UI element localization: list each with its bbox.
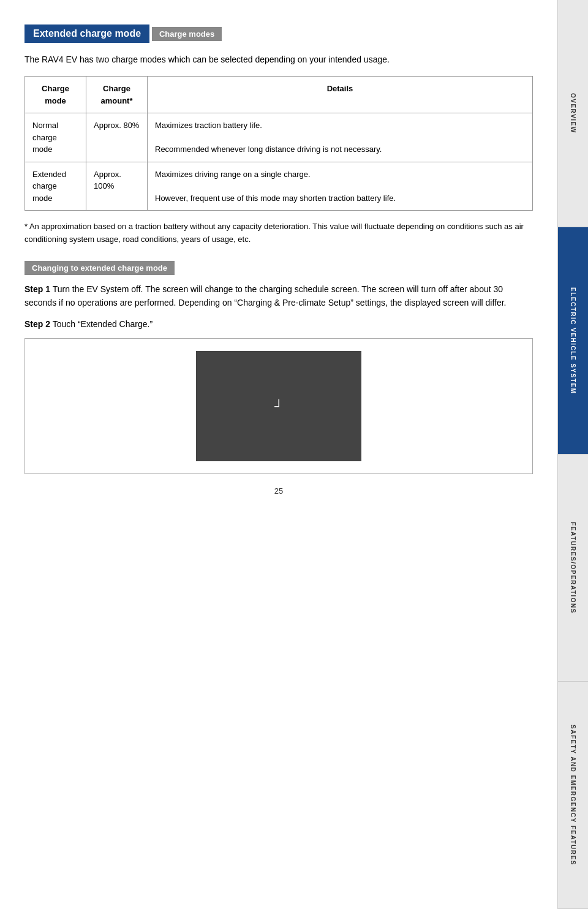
main-content: Extended charge mode Charge modes The RA…	[0, 0, 557, 909]
normal-mode-label: Normal charge mode	[25, 113, 86, 162]
extended-mode-label: Extended charge mode	[25, 162, 86, 211]
subsection1-title: Charge modes	[152, 27, 222, 41]
extended-mode-details: Maximizes driving range on a single char…	[148, 162, 533, 211]
table-row-extended: Extended charge mode Approx. 100% Maximi…	[25, 162, 533, 211]
step2-section: Step 2 Touch “Extended Charge.”	[24, 317, 533, 331]
sidebar-electric-vehicle: ELECTRIC VEHICLE SYSTEM	[558, 227, 588, 455]
table-row-normal: Normal charge mode Approx. 80% Maximizes…	[25, 113, 533, 162]
table-header-amount: Charge amount*	[86, 77, 148, 113]
screen-image-container: ┘	[24, 338, 533, 474]
subsection2-title: Changing to extended charge mode	[24, 261, 175, 275]
step1-text: Step 1 Turn the EV System off. The scree…	[24, 282, 533, 310]
section-title: Extended charge mode	[24, 25, 149, 43]
sidebar-safety: SAFETY AND EMERGENCY FEATURES	[558, 682, 588, 909]
page-number: 25	[24, 486, 533, 496]
right-sidebar: OVERVIEW ELECTRIC VEHICLE SYSTEM FEATURE…	[557, 0, 588, 909]
normal-mode-amount: Approx. 80%	[86, 113, 148, 162]
sidebar-features: FEATURES/OPERATIONS	[558, 455, 588, 682]
step2-body: Touch “Extended Charge.”	[53, 319, 153, 329]
charge-modes-table: Charge mode Charge amount* Details Norma…	[24, 76, 533, 211]
intro-text: The RAV4 EV has two charge modes which c…	[24, 53, 533, 66]
step1-body: Turn the EV System off. The screen will …	[24, 284, 507, 307]
extended-mode-amount: Approx. 100%	[86, 162, 148, 211]
screen-mockup: ┘	[196, 351, 361, 461]
footnote-text: * An approximation based on a traction b…	[24, 221, 533, 246]
sidebar-overview: OVERVIEW	[558, 0, 588, 227]
step1-label: Step 1	[24, 284, 50, 294]
table-header-details: Details	[148, 77, 533, 113]
step1-section: Step 1 Turn the EV System off. The scree…	[24, 282, 533, 310]
step2-label: Step 2	[24, 319, 50, 329]
step2-text: Step 2 Touch “Extended Charge.”	[24, 317, 533, 331]
normal-mode-details: Maximizes traction battery life. Recomme…	[148, 113, 533, 162]
table-header-mode: Charge mode	[25, 77, 86, 113]
